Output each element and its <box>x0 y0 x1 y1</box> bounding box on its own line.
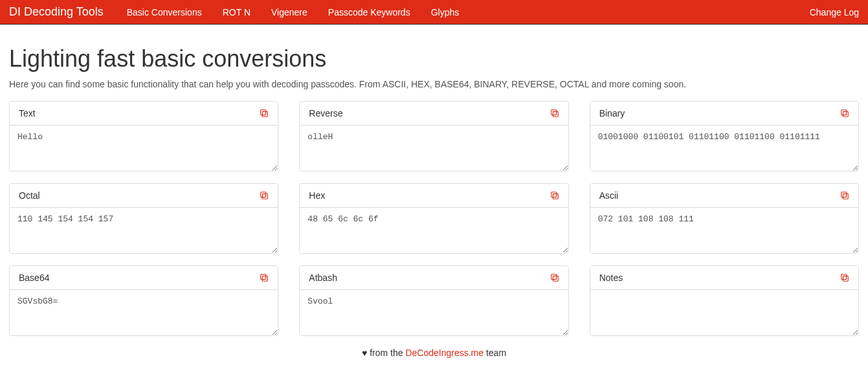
svg-rect-9 <box>551 192 556 197</box>
svg-rect-10 <box>843 194 848 199</box>
main-container: Lighting fast basic conversions Here you… <box>0 25 868 369</box>
svg-rect-6 <box>263 194 268 199</box>
panel-label: Binary <box>599 108 625 118</box>
panel-octal: Octal <box>9 183 278 254</box>
panel-reverse: Reverse <box>299 101 568 172</box>
panel-header: Notes <box>590 266 858 290</box>
panel-header: Ascii <box>590 184 858 208</box>
octal-input[interactable] <box>10 208 278 253</box>
conversion-grid: Text Reverse Binary Octal <box>9 101 859 336</box>
panel-label: Octal <box>19 190 40 201</box>
atbash-input[interactable] <box>300 290 568 335</box>
panel-label: Base64 <box>19 273 49 283</box>
panel-header: Base64 <box>10 266 278 290</box>
panel-text: Text <box>9 101 278 172</box>
copy-icon[interactable] <box>550 109 559 118</box>
panel-header: Octal <box>10 184 278 208</box>
copy-icon[interactable] <box>550 273 559 282</box>
binary-input[interactable] <box>590 126 858 171</box>
copy-icon[interactable] <box>840 109 849 118</box>
panel-atbash: Atbash <box>299 265 568 336</box>
svg-rect-0 <box>263 111 268 117</box>
svg-rect-14 <box>553 276 558 281</box>
nav-link-rot-n[interactable]: ROT N <box>212 0 261 25</box>
page-title: Lighting fast basic conversions <box>9 45 859 73</box>
svg-rect-3 <box>551 110 556 115</box>
svg-rect-4 <box>843 111 848 117</box>
svg-rect-13 <box>261 274 266 280</box>
copy-icon[interactable] <box>550 191 559 200</box>
svg-rect-7 <box>261 192 266 197</box>
reverse-input[interactable] <box>300 126 568 171</box>
panel-label: Ascii <box>599 190 619 201</box>
navbar-links: Basic Conversions ROT N Vigenere Passcod… <box>117 0 810 25</box>
panel-label: Text <box>19 108 36 118</box>
footer: ♥ from the DeCodeIngress.me team <box>9 336 859 364</box>
copy-icon[interactable] <box>260 109 269 118</box>
copy-icon[interactable] <box>260 191 269 200</box>
hex-input[interactable] <box>300 208 568 253</box>
panel-header: Reverse <box>300 102 568 126</box>
copy-icon[interactable] <box>840 191 849 200</box>
footer-suffix: team <box>484 348 506 358</box>
panel-ascii: Ascii <box>590 183 859 254</box>
nav-link-vigenere[interactable]: Vigenere <box>261 0 318 25</box>
svg-rect-17 <box>841 274 847 280</box>
nav-link-change-log[interactable]: Change Log <box>810 7 859 17</box>
text-input[interactable] <box>10 126 278 171</box>
panel-hex: Hex <box>299 183 568 254</box>
base64-input[interactable] <box>10 290 278 335</box>
panel-label: Reverse <box>309 108 342 118</box>
svg-rect-16 <box>843 276 848 281</box>
copy-icon[interactable] <box>840 273 849 282</box>
panel-binary: Binary <box>590 101 859 172</box>
svg-rect-8 <box>553 194 558 199</box>
panel-header: Hex <box>300 184 568 208</box>
panel-base64: Base64 <box>9 265 278 336</box>
panel-header: Text <box>10 102 278 126</box>
panel-label: Notes <box>599 273 623 283</box>
copy-icon[interactable] <box>260 273 269 282</box>
ascii-input[interactable] <box>590 208 858 253</box>
svg-rect-12 <box>263 276 268 281</box>
svg-rect-11 <box>841 192 847 197</box>
panel-label: Atbash <box>309 273 337 283</box>
footer-prefix: ♥ from the <box>362 348 405 358</box>
footer-link[interactable]: DeCodeIngress.me <box>405 348 484 358</box>
nav-link-glyphs[interactable]: Glyphs <box>421 0 470 25</box>
svg-rect-5 <box>841 110 847 115</box>
notes-input[interactable] <box>590 290 858 335</box>
svg-rect-2 <box>553 111 558 117</box>
svg-rect-1 <box>261 110 266 115</box>
svg-rect-15 <box>551 274 556 280</box>
panel-header: Binary <box>590 102 858 126</box>
nav-link-passcode-keywords[interactable]: Passcode Keywords <box>318 0 421 25</box>
navbar: DI Decoding Tools Basic Conversions ROT … <box>0 0 868 25</box>
panel-notes: Notes <box>590 265 859 336</box>
nav-link-basic-conversions[interactable]: Basic Conversions <box>117 0 212 25</box>
page-description: Here you can find some basic functionali… <box>9 79 859 89</box>
navbar-brand[interactable]: DI Decoding Tools <box>9 5 104 19</box>
panel-header: Atbash <box>300 266 568 290</box>
panel-label: Hex <box>309 190 325 201</box>
